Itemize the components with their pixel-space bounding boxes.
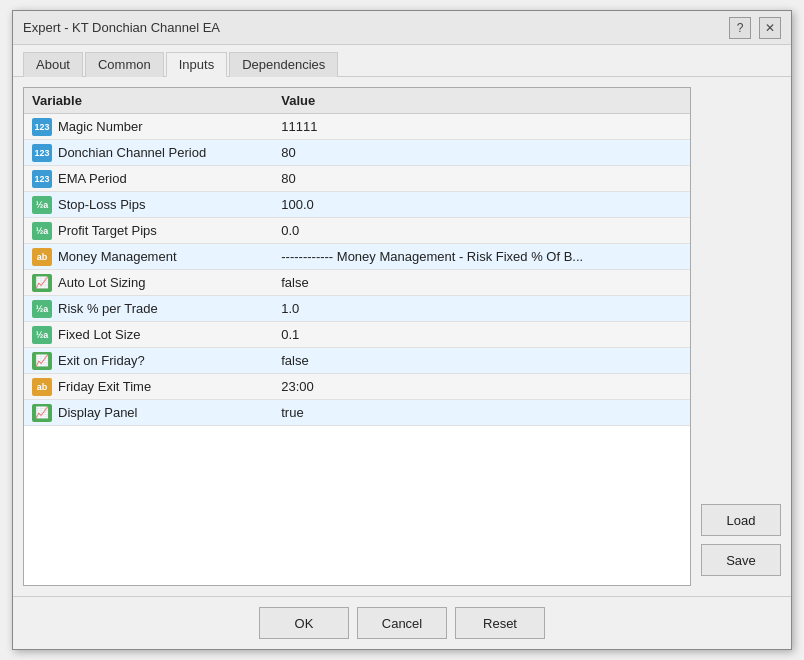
variable-name: Stop-Loss Pips <box>58 197 145 212</box>
type-icon: ab <box>32 248 52 266</box>
variable-cell: 📈Auto Lot Sizing <box>24 270 273 296</box>
save-button[interactable]: Save <box>701 544 781 576</box>
main-window: Expert - KT Donchian Channel EA ? ✕ Abou… <box>12 10 792 650</box>
type-icon: ab <box>32 378 52 396</box>
variable-cell: ½aFixed Lot Size <box>24 322 273 348</box>
value-cell: 80 <box>273 140 690 166</box>
type-icon: ½a <box>32 196 52 214</box>
type-icon: 123 <box>32 170 52 188</box>
variable-name: Money Management <box>58 249 177 264</box>
tab-bar: About Common Inputs Dependencies <box>13 45 791 77</box>
variable-name: Auto Lot Sizing <box>58 275 145 290</box>
variable-name: Magic Number <box>58 119 143 134</box>
variable-cell: ½aRisk % per Trade <box>24 296 273 322</box>
type-icon: ½a <box>32 326 52 344</box>
variable-name: Profit Target Pips <box>58 223 157 238</box>
title-bar-buttons: ? ✕ <box>729 17 781 39</box>
tab-inputs[interactable]: Inputs <box>166 52 227 77</box>
variables-table: Variable Value 123Magic Number11111123Do… <box>24 88 690 426</box>
value-cell: false <box>273 348 690 374</box>
type-icon: 123 <box>32 144 52 162</box>
bottom-bar: OK Cancel Reset <box>13 596 791 649</box>
value-cell: 100.0 <box>273 192 690 218</box>
window-title: Expert - KT Donchian Channel EA <box>23 20 220 35</box>
table-row[interactable]: 📈Display Paneltrue <box>24 400 690 426</box>
type-icon: 📈 <box>32 404 52 422</box>
variable-cell: abFriday Exit Time <box>24 374 273 400</box>
variable-name: EMA Period <box>58 171 127 186</box>
table-row[interactable]: abMoney Management------------ Money Man… <box>24 244 690 270</box>
title-bar: Expert - KT Donchian Channel EA ? ✕ <box>13 11 791 45</box>
variable-cell: abMoney Management <box>24 244 273 270</box>
value-cell: false <box>273 270 690 296</box>
reset-button[interactable]: Reset <box>455 607 545 639</box>
value-cell: 1.0 <box>273 296 690 322</box>
type-icon: ½a <box>32 300 52 318</box>
table-row[interactable]: 123EMA Period80 <box>24 166 690 192</box>
variable-cell: 123Magic Number <box>24 114 273 140</box>
tab-about[interactable]: About <box>23 52 83 77</box>
variable-cell: 📈Exit on Friday? <box>24 348 273 374</box>
value-cell: true <box>273 400 690 426</box>
variable-name: Display Panel <box>58 405 138 420</box>
variable-name: Risk % per Trade <box>58 301 158 316</box>
table-row[interactable]: 123Donchian Channel Period80 <box>24 140 690 166</box>
variable-name: Fixed Lot Size <box>58 327 140 342</box>
type-icon: ½a <box>32 222 52 240</box>
cancel-button[interactable]: Cancel <box>357 607 447 639</box>
variable-cell: 123EMA Period <box>24 166 273 192</box>
type-icon: 📈 <box>32 352 52 370</box>
table-row[interactable]: ½aRisk % per Trade1.0 <box>24 296 690 322</box>
table-row[interactable]: ½aStop-Loss Pips100.0 <box>24 192 690 218</box>
variable-name: Friday Exit Time <box>58 379 151 394</box>
variable-cell: ½aProfit Target Pips <box>24 218 273 244</box>
help-button[interactable]: ? <box>729 17 751 39</box>
table-row[interactable]: 📈Auto Lot Sizingfalse <box>24 270 690 296</box>
value-cell: 11111 <box>273 114 690 140</box>
table-row[interactable]: ½aProfit Target Pips0.0 <box>24 218 690 244</box>
side-buttons-panel: Load Save <box>691 87 781 586</box>
value-cell: 0.0 <box>273 218 690 244</box>
value-cell: 23:00 <box>273 374 690 400</box>
table-row[interactable]: ½aFixed Lot Size0.1 <box>24 322 690 348</box>
value-cell: ------------ Money Management - Risk Fix… <box>273 244 690 270</box>
close-button[interactable]: ✕ <box>759 17 781 39</box>
variable-cell: 📈Display Panel <box>24 400 273 426</box>
table-row[interactable]: 📈Exit on Friday?false <box>24 348 690 374</box>
col-variable-header: Variable <box>24 88 273 114</box>
ok-button[interactable]: OK <box>259 607 349 639</box>
variable-name: Donchian Channel Period <box>58 145 206 160</box>
table-header-row: Variable Value <box>24 88 690 114</box>
tab-dependencies[interactable]: Dependencies <box>229 52 338 77</box>
col-value-header: Value <box>273 88 690 114</box>
variable-name: Exit on Friday? <box>58 353 145 368</box>
variables-table-container: Variable Value 123Magic Number11111123Do… <box>23 87 691 586</box>
table-row[interactable]: 123Magic Number11111 <box>24 114 690 140</box>
type-icon: 123 <box>32 118 52 136</box>
type-icon: 📈 <box>32 274 52 292</box>
main-content: Variable Value 123Magic Number11111123Do… <box>13 77 791 596</box>
tab-common[interactable]: Common <box>85 52 164 77</box>
load-button[interactable]: Load <box>701 504 781 536</box>
table-row[interactable]: abFriday Exit Time23:00 <box>24 374 690 400</box>
value-cell: 80 <box>273 166 690 192</box>
variable-cell: 123Donchian Channel Period <box>24 140 273 166</box>
variable-cell: ½aStop-Loss Pips <box>24 192 273 218</box>
value-cell: 0.1 <box>273 322 690 348</box>
